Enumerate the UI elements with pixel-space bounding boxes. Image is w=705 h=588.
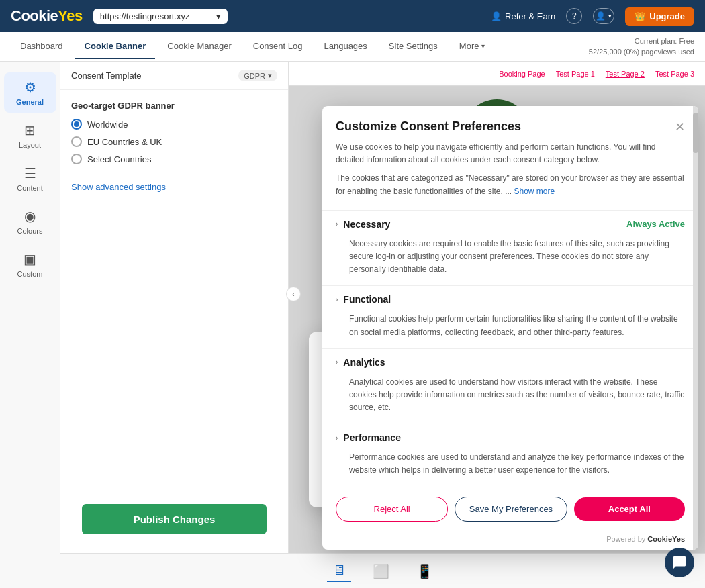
- refer-earn-link[interactable]: 👤 Refer & Earn: [491, 11, 555, 21]
- nav-cookie-banner[interactable]: Cookie Banner: [75, 34, 156, 59]
- preview-area: Booking Page Test Page 1 Test Page 2 Tes…: [289, 62, 705, 588]
- geo-option-select[interactable]: Select Countries: [71, 154, 277, 164]
- radio-select-indicator: [71, 154, 82, 164]
- modal-header: Customize Consent Preferences ✕: [322, 106, 698, 141]
- tablet-device-button[interactable]: ⬜: [367, 560, 395, 582]
- functional-content: Functional cookies help perform certain …: [322, 313, 698, 348]
- modal-scrollbar[interactable]: [693, 106, 698, 550]
- geo-worldwide-label: Worldwide: [87, 119, 128, 130]
- sidebar-content-label: Content: [17, 184, 43, 192]
- main-content: ⚙ General ⊞ Layout ☰ Content ◉ Colours ▣…: [0, 62, 705, 588]
- plan-label: Current plan: Free: [589, 36, 694, 46]
- accordion-performance-header[interactable]: › Performance: [322, 424, 698, 451]
- accordion-necessary-left: › Necessary: [336, 219, 390, 230]
- geo-select-label: Select Countries: [87, 154, 151, 164]
- geo-option-worldwide[interactable]: Worldwide: [71, 119, 277, 130]
- layout-icon: ⊞: [24, 122, 36, 138]
- consent-template-label: Consent Template: [71, 70, 142, 81]
- help-button[interactable]: ?: [566, 8, 582, 24]
- radio-worldwide-indicator: [71, 119, 82, 130]
- nav-consent-log[interactable]: Consent Log: [244, 34, 312, 59]
- analytics-title: Analytics: [343, 357, 385, 368]
- geo-section: Geo-target GDPR banner Worldwide EU Coun…: [60, 90, 288, 182]
- pageviews-label: 52/25,000 (0%) pageviews used: [589, 47, 694, 57]
- user-star-icon: 👤: [491, 11, 502, 21]
- url-text: https://testingresort.xyz: [100, 11, 190, 21]
- sidebar-item-general[interactable]: ⚙ General: [4, 72, 56, 113]
- panel-header: Consent Template GDPR ▾: [60, 62, 288, 90]
- sidebar-item-colours[interactable]: ◉ Colours: [4, 201, 56, 242]
- upgrade-label: Upgrade: [649, 11, 685, 21]
- sidebar-item-content[interactable]: ☰ Content: [4, 158, 56, 199]
- booking-page-link[interactable]: Booking Page: [499, 70, 545, 78]
- preview-background: Resort We value your privacy We use cook…: [289, 86, 705, 588]
- powered-by: Powered by CookieYes: [322, 531, 698, 550]
- modal-save-preferences-button[interactable]: Save My Preferences: [455, 497, 567, 522]
- user-menu-button[interactable]: 👤 ▾: [593, 8, 614, 24]
- nav-dashboard[interactable]: Dashboard: [11, 34, 73, 59]
- top-navigation: CookieYes https://testingresort.xyz ▾ 👤 …: [0, 0, 705, 32]
- functional-title: Functional: [343, 294, 391, 305]
- desktop-device-button[interactable]: 🖥: [327, 560, 351, 582]
- accordion-necessary-header[interactable]: › Necessary Always Active: [322, 211, 698, 238]
- brand-logo: CookieYes: [11, 7, 83, 25]
- center-panel: Consent Template GDPR ▾ Geo-target GDPR …: [60, 62, 289, 588]
- accordion-performance: › Performance Performance cookies are us…: [322, 424, 698, 486]
- logo-yes: Yes: [58, 7, 82, 24]
- modal-reject-all-button[interactable]: Reject All: [336, 497, 448, 522]
- chat-fab-button[interactable]: [665, 548, 694, 577]
- radio-eu-indicator: [71, 136, 82, 147]
- show-advanced-link[interactable]: Show advanced settings: [60, 182, 288, 192]
- user-avatar-icon: 👤: [596, 11, 606, 21]
- gdpr-dropdown[interactable]: GDPR ▾: [238, 70, 277, 81]
- left-sidebar: ⚙ General ⊞ Layout ☰ Content ◉ Colours ▣…: [0, 62, 60, 588]
- modal-accept-all-button[interactable]: Accept All: [574, 497, 685, 521]
- nav-languages[interactable]: Languages: [314, 34, 376, 59]
- publish-changes-button[interactable]: Publish Changes: [82, 504, 267, 534]
- analytics-chevron-icon: ›: [336, 358, 338, 366]
- general-icon: ⚙: [24, 79, 36, 95]
- necessary-chevron-icon: ›: [336, 220, 338, 228]
- upgrade-button[interactable]: 👑 Upgrade: [625, 7, 694, 26]
- test-page-1-link[interactable]: Test Page 1: [556, 70, 595, 78]
- custom-icon: ▣: [23, 251, 36, 267]
- performance-chevron-icon: ›: [336, 434, 338, 442]
- modal-footer: Reject All Save My Preferences Accept Al…: [322, 487, 698, 531]
- panel-collapse-button[interactable]: ‹: [286, 287, 301, 301]
- modal-close-button[interactable]: ✕: [675, 119, 685, 134]
- accordion-functional-header[interactable]: › Functional: [322, 286, 698, 313]
- test-page-2-link[interactable]: Test Page 2: [606, 70, 645, 78]
- accordion-analytics: › Analytics Analytical cookies are used …: [322, 348, 698, 424]
- modal-intro-1: We use cookies to help you navigate effi…: [336, 141, 685, 166]
- sidebar-item-custom[interactable]: ▣ Custom: [4, 244, 56, 285]
- mobile-device-button[interactable]: 📱: [411, 560, 438, 582]
- accordion-analytics-left: › Analytics: [336, 357, 385, 368]
- user-chevron-icon: ▾: [608, 13, 612, 19]
- nav-right-section: 👤 Refer & Earn ? 👤 ▾ 👑 Upgrade: [491, 7, 694, 26]
- sidebar-item-layout[interactable]: ⊞ Layout: [4, 115, 56, 156]
- nav-cookie-manager[interactable]: Cookie Manager: [158, 34, 240, 59]
- modal-title: Customize Consent Preferences: [336, 119, 521, 134]
- gdpr-value: GDPR: [244, 72, 265, 80]
- crown-icon: 👑: [634, 11, 645, 21]
- performance-content: Performance cookies are used to understa…: [322, 451, 698, 486]
- chat-icon: [672, 555, 687, 570]
- nav-more[interactable]: More ▾: [450, 34, 495, 59]
- modal-scroll-area[interactable]: › Necessary Always Active Necessary cook…: [322, 210, 698, 487]
- url-bar[interactable]: https://testingresort.xyz ▾: [93, 9, 228, 24]
- accordion-analytics-header[interactable]: › Analytics: [322, 349, 698, 376]
- accordion-functional-left: › Functional: [336, 294, 391, 305]
- more-chevron-icon: ▾: [481, 42, 485, 50]
- plan-info: Current plan: Free 52/25,000 (0%) pagevi…: [589, 36, 694, 57]
- accordion-functional: › Functional Functional cookies help per…: [322, 285, 698, 348]
- accordion-necessary: › Necessary Always Active Necessary cook…: [322, 210, 698, 286]
- test-page-3-link[interactable]: Test Page 3: [655, 70, 694, 78]
- powered-by-brand: CookieYes: [647, 535, 685, 543]
- show-more-link[interactable]: Show more: [514, 187, 555, 196]
- sidebar-general-label: General: [16, 98, 44, 106]
- more-label: More: [459, 41, 479, 51]
- nav-site-settings[interactable]: Site Settings: [379, 34, 447, 59]
- sidebar-custom-label: Custom: [17, 270, 43, 278]
- geo-option-eu[interactable]: EU Countries & UK: [71, 136, 277, 147]
- colours-icon: ◉: [24, 208, 36, 224]
